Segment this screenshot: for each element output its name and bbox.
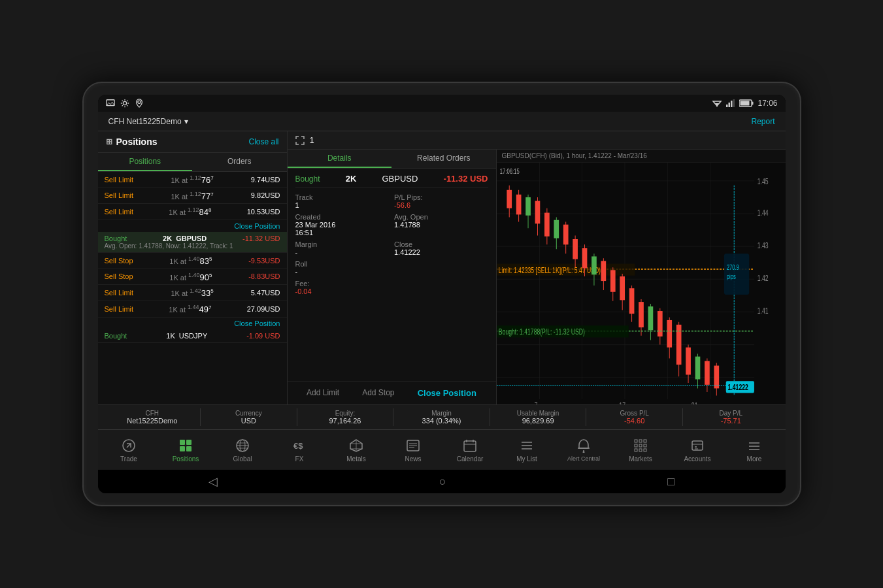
- tab-orders[interactable]: Orders: [192, 153, 287, 171]
- list-item[interactable]: Sell Limit 1K at 1.12848 10.53USD: [98, 204, 287, 220]
- accounts-icon: [690, 438, 705, 453]
- nav-global[interactable]: Global: [214, 435, 271, 465]
- close-position-button-1[interactable]: Close Position: [98, 220, 287, 232]
- fx-icon: €$: [292, 438, 307, 453]
- fee-value: -0.04: [295, 287, 390, 295]
- nav-markets[interactable]: Markets: [612, 435, 669, 465]
- report-button[interactable]: Report: [751, 117, 775, 126]
- tab-details[interactable]: Details: [288, 150, 392, 168]
- dropdown-arrow: ▾: [184, 117, 188, 126]
- alert-icon: [576, 438, 591, 453]
- svg-rect-126: [644, 440, 646, 442]
- svg-point-123: [583, 451, 585, 453]
- svg-text:Bought: 1.41788(P/L: -11.32 US: Bought: 1.41788(P/L: -11.32 USD): [498, 327, 584, 336]
- sell-limit-label: Sell Limit: [105, 208, 134, 216]
- nav-accounts[interactable]: Accounts: [669, 435, 726, 465]
- svg-text:1.45: 1.45: [757, 177, 768, 186]
- list-item[interactable]: Sell Stop 1K at 1.40905 -8.83USD: [98, 269, 287, 286]
- list-item[interactable]: Bought 1K USDJPY -1.09 USD: [98, 329, 287, 343]
- positions-label: Positions: [116, 137, 158, 147]
- add-limit-button[interactable]: Add Limit: [307, 388, 339, 398]
- svg-line-95: [127, 444, 131, 448]
- svg-rect-47: [591, 256, 597, 274]
- svg-rect-124: [635, 440, 637, 442]
- nav-positions[interactable]: Positions: [158, 435, 214, 465]
- nav-more[interactable]: More: [726, 435, 783, 465]
- list-item[interactable]: Sell Limit 1K at 1.12767 9.74USD: [98, 172, 287, 188]
- nav-alert-label: Alert Central: [567, 455, 600, 462]
- mylist-icon: [519, 438, 535, 453]
- positions-panel: ⊞ Positions Close all Positions Orders S…: [98, 131, 288, 404]
- nav-positions-label: Positions: [173, 455, 199, 463]
- nav-alert[interactable]: Alert Central: [556, 435, 612, 465]
- tab-positions[interactable]: Positions: [98, 153, 193, 171]
- back-button[interactable]: ◁: [208, 474, 218, 489]
- nav-metals[interactable]: Metals: [328, 435, 385, 465]
- nav-news[interactable]: News: [385, 435, 442, 465]
- svg-rect-38: [563, 225, 568, 245]
- nav-news-label: News: [405, 455, 421, 463]
- positions-icon: [178, 438, 193, 453]
- info-day-pl: Day P/L -75.71: [683, 408, 779, 426]
- header-bar: CFH Net15225Demo ▾ Report: [98, 112, 786, 131]
- svg-rect-59: [648, 306, 653, 330]
- positions-title: ⊞ Positions: [106, 137, 158, 147]
- svg-text:21: 21: [691, 400, 697, 404]
- status-right: 17:06: [712, 99, 777, 108]
- chart-title: GBPUSD(CFH) (Bid), 1 hour, 1.41222 - Mar…: [497, 150, 786, 163]
- positions-list: Sell Limit 1K at 1.12767 9.74USD Sell Li…: [98, 172, 287, 404]
- list-item[interactable]: Sell Limit 1K at 1.12777 9.82USD: [98, 188, 287, 204]
- list-item[interactable]: Sell Limit 1K at 1.44497 27.09USD: [98, 301, 287, 318]
- svg-rect-98: [180, 446, 185, 451]
- nav-metals-label: Metals: [346, 455, 365, 463]
- info-currency: Currency USD: [201, 408, 297, 426]
- home-button[interactable]: ○: [439, 475, 446, 489]
- nav-markets-label: Markets: [629, 455, 652, 463]
- nav-fx[interactable]: €$ FX: [271, 435, 328, 465]
- selected-position[interactable]: Bought 2K GBPUSD -11.32 USD Avg. Open: 1…: [98, 232, 287, 253]
- list-item[interactable]: Sell Limit 1K at 1.42335 5.47USD: [98, 285, 287, 301]
- svg-text:€$: €$: [293, 441, 303, 451]
- svg-rect-96: [180, 440, 185, 445]
- currency-pair: GBPUSD: [382, 174, 418, 184]
- add-stop-button[interactable]: Add Stop: [362, 388, 394, 398]
- nav-calendar-label: Calendar: [457, 455, 484, 463]
- svg-rect-32: [535, 201, 540, 224]
- close-position-button-detail[interactable]: Close Position: [418, 388, 476, 398]
- nav-mylist[interactable]: My List: [499, 435, 556, 465]
- svg-rect-45: [582, 248, 587, 269]
- detail-actions: Add Limit Add Stop Close Position: [288, 381, 496, 404]
- account-name: CFH Net15225Demo: [108, 117, 182, 126]
- svg-point-5: [716, 106, 718, 107]
- svg-rect-125: [639, 440, 642, 442]
- positions-tabs: Positions Orders: [98, 153, 287, 172]
- details-tabs: Details Related Orders: [288, 150, 496, 169]
- detail-main-row: Bought 2K GBPUSD -11.32 USD: [295, 174, 488, 188]
- svg-text:7: 7: [534, 400, 537, 404]
- svg-rect-130: [635, 449, 637, 451]
- svg-rect-43: [573, 239, 578, 259]
- status-bar: 17:06: [98, 95, 786, 112]
- svg-rect-61: [657, 311, 662, 336]
- android-nav: ◁ ○ □: [98, 470, 786, 493]
- svg-rect-36: [554, 220, 559, 238]
- nav-accounts-label: Accounts: [684, 455, 710, 463]
- avg-open: 1.41788: [394, 221, 488, 229]
- svg-rect-69: [695, 357, 700, 380]
- svg-rect-73: [714, 366, 719, 389]
- tab-related-orders[interactable]: Related Orders: [392, 150, 496, 168]
- nav-calendar[interactable]: Calendar: [442, 435, 499, 465]
- main-content: ⊞ Positions Close all Positions Orders S…: [98, 131, 786, 404]
- recent-button[interactable]: □: [667, 475, 675, 489]
- markets-icon: [633, 438, 648, 453]
- list-item[interactable]: Sell Stop 1K at 1.40835 -9.53USD: [98, 253, 287, 269]
- svg-rect-57: [639, 302, 644, 327]
- svg-rect-30: [525, 197, 531, 216]
- chart-panel: GBPUSD(CFH) (Bid), 1 hour, 1.41222 - Mar…: [497, 150, 786, 404]
- nav-trade[interactable]: Trade: [101, 435, 158, 465]
- svg-rect-114: [464, 441, 476, 451]
- svg-rect-6: [726, 105, 728, 107]
- details-section: Details Related Orders Bought 2K GBPUSD …: [288, 150, 497, 404]
- close-all-button[interactable]: Close all: [248, 137, 278, 146]
- close-position-button-2[interactable]: Close Position: [98, 318, 287, 329]
